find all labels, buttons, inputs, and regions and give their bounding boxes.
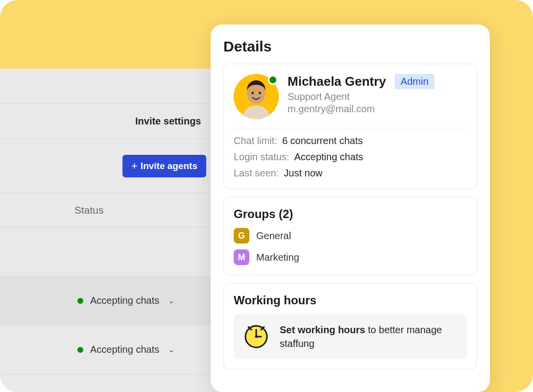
working-hours-bold: Set working hours <box>280 324 365 335</box>
admin-badge: Admin <box>395 74 435 89</box>
working-hours-card: Working hours Set working hours to bette… <box>223 283 477 369</box>
group-icon: G <box>234 228 249 244</box>
details-panel: Details <box>211 24 490 392</box>
groups-title: Groups (2) <box>234 207 467 221</box>
last-seen-label: Last seen: <box>234 168 279 179</box>
login-status-value: Accepting chats <box>294 151 363 163</box>
stage-container: Invite settings + Invite agents Status A… <box>0 0 533 392</box>
profile-info: Michaela Gentry Admin Support Agent m.ge… <box>288 74 467 116</box>
last-seen-value: Just now <box>284 168 322 179</box>
agent-name: Michaela Gentry <box>288 74 386 89</box>
status-dot-icon <box>77 347 83 353</box>
invite-agents-label: Invite agents <box>141 161 197 172</box>
profile-header: Michaela Gentry Admin Support Agent m.ge… <box>234 74 467 119</box>
working-hours-title: Working hours <box>234 294 467 307</box>
clock-icon <box>243 324 269 349</box>
name-row: Michaela Gentry Admin <box>288 74 467 89</box>
avatar-wrap <box>234 74 279 119</box>
group-row-marketing[interactable]: M Marketing <box>234 249 467 265</box>
last-seen-row: Last seen: Just now <box>234 168 467 179</box>
chat-limit-value: 6 concurrent chats <box>282 135 363 147</box>
agent-role: Support Agent <box>288 91 467 102</box>
login-status-row: Login status: Accepting chats <box>234 151 467 163</box>
plus-icon: + <box>131 161 138 172</box>
profile-card: Michaela Gentry Admin Support Agent m.ge… <box>223 64 477 189</box>
group-name: General <box>256 230 291 242</box>
group-row-general[interactable]: G General <box>234 228 467 244</box>
divider <box>234 128 467 128</box>
working-hours-text: Set working hours to better manage staff… <box>280 323 457 350</box>
group-name: Marketing <box>256 252 299 263</box>
agent-email: m.gentry@mail.com <box>288 103 467 115</box>
chevron-down-icon[interactable]: ⌄ <box>168 345 174 354</box>
groups-card: Groups (2) G General M Marketing <box>223 197 477 275</box>
group-icon: M <box>234 249 249 265</box>
presence-indicator-icon <box>268 75 278 85</box>
status-dot-icon <box>77 298 83 304</box>
svg-point-2 <box>259 92 261 94</box>
status-text: Accepting chats <box>90 295 159 306</box>
chat-limit-row: Chat limit: 6 concurrent chats <box>234 135 467 147</box>
status-text: Accepting chats <box>90 344 159 355</box>
svg-point-1 <box>251 92 254 94</box>
chat-limit-label: Chat limit: <box>234 135 277 147</box>
invite-agents-button[interactable]: + Invite agents <box>122 155 206 177</box>
details-title: Details <box>223 38 477 55</box>
login-status-label: Login status: <box>234 151 289 163</box>
chevron-down-icon[interactable]: ⌄ <box>168 296 174 305</box>
working-hours-callout[interactable]: Set working hours to better manage staff… <box>234 314 467 359</box>
